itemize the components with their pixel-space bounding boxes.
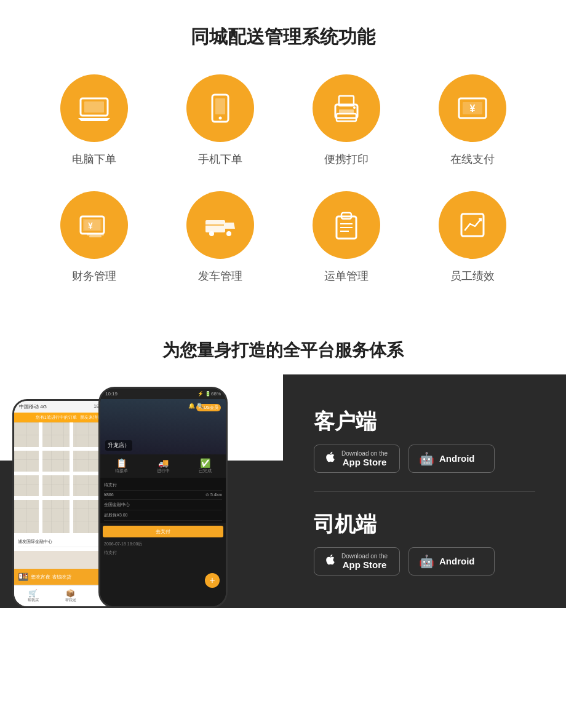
platform-bottom: 中国移动 4G 18:50 81%▮ 您有1笔进行中的订单 朋友来消费了 <box>0 374 566 608</box>
client-title: 客户端 <box>314 408 535 436</box>
status-label: 待支付 <box>100 548 226 557</box>
svg-text:¥: ¥ <box>88 221 93 231</box>
feature-label-performance: 员工绩效 <box>450 269 495 283</box>
feature-icon-bg-printer <box>313 74 380 142</box>
dark-panel: 客户端 Download on the App Store 🤖 Android <box>283 374 566 608</box>
client-android-button[interactable]: 🤖 Android <box>409 445 495 473</box>
tab-done: ✅ 已完成 <box>199 458 212 474</box>
feature-label-waybill: 运单管理 <box>324 269 369 283</box>
android-main: Android <box>439 453 475 464</box>
driver-appstore-main: App Store <box>341 560 388 570</box>
svg-rect-3 <box>215 98 225 114</box>
screen-right: 10:19 ⚡ 🔋68% 升龙店） PLUS会员 🔔 🔍 📋 <box>100 389 226 606</box>
feature-item-dispatch: 发车管理 <box>163 191 277 283</box>
map-road-v2 <box>70 422 73 533</box>
status-bar-right: 10:19 ⚡ 🔋68% <box>100 389 226 399</box>
feature-icon-bg-truck <box>186 191 254 259</box>
divider <box>314 491 535 492</box>
platform-section: 为您量身打造的全平台服务体系 中国移动 4G 18:50 81%▮ 您有1笔进行… <box>0 320 566 608</box>
printer-icon <box>328 90 365 127</box>
pending-icon: 📋 <box>115 458 128 468</box>
feature-label-print: 便携打印 <box>324 152 369 167</box>
features-section: 同城配送管理系统功能 电脑下单 手机下单 <box>0 0 566 296</box>
driver-appstore-text: Download on the App Store <box>341 553 388 570</box>
android-icon: 🤖 <box>419 451 434 466</box>
driver-download-buttons: Download on the App Store 🤖 Android <box>314 547 535 576</box>
client-appstore-button[interactable]: Download on the App Store <box>314 445 400 473</box>
driver-android-text: Android <box>439 556 475 566</box>
svg-point-9 <box>353 106 356 109</box>
platform-title: 为您量身打造的全平台服务体系 <box>0 320 566 374</box>
android-text: Android <box>439 453 475 464</box>
inprogress-icon: 🚚 <box>157 458 170 468</box>
order-tabs: 📋 待接单 🚚 进行中 ✅ 已完成 <box>100 454 226 478</box>
driver-appstore-button[interactable]: Download on the App Store <box>314 547 400 576</box>
svg-point-4 <box>218 117 221 120</box>
done-icon: ✅ <box>199 458 212 468</box>
phones-area: 中国移动 4G 18:50 81%▮ 您有1笔进行中的订单 朋友来消费了 <box>0 374 283 608</box>
finance-icon: ¥ <box>76 207 113 243</box>
svg-rect-1 <box>84 101 104 113</box>
header-img: 升龙店） PLUS会员 🔔 🔍 <box>100 399 226 454</box>
svg-rect-19 <box>205 220 225 232</box>
svg-rect-17 <box>87 234 104 235</box>
feature-icon-bg-payment: ¥ <box>439 74 506 142</box>
features-grid: 电脑下单 手机下单 <box>37 74 529 283</box>
map-road-v1 <box>39 422 42 533</box>
apple-icon-driver <box>324 553 337 569</box>
svg-text:¥: ¥ <box>469 103 475 114</box>
feature-item-pc-order: 电脑下单 <box>37 74 151 167</box>
appstore-main: App Store <box>341 457 388 467</box>
driver-title: 司机端 <box>314 510 535 539</box>
truck-icon <box>202 207 239 243</box>
tab-in-progress: 🚚 进行中 <box>157 458 170 474</box>
driver-android-button[interactable]: 🤖 Android <box>409 547 495 576</box>
feature-label-dispatch: 发车管理 <box>198 269 242 283</box>
orders-icon: 🛒 <box>28 589 39 598</box>
client-section: 客户端 Download on the App Store 🤖 Android <box>314 408 535 473</box>
chart-icon <box>454 207 491 243</box>
order-list: 待支付 ¥866 ⊙ 5.4km 全国金融中心 品股保¥3.00 <box>100 478 226 523</box>
feature-icon-bg-mobile <box>186 74 254 142</box>
order-row-4: 品股保¥3.00 <box>104 510 222 521</box>
apple-icon <box>324 451 337 466</box>
feature-item-mobile-order: 手机下单 <box>163 74 277 167</box>
driver-appstore-top: Download on the <box>341 553 388 560</box>
appstore-text: Download on the App Store <box>341 450 388 467</box>
add-button[interactable]: + <box>205 573 220 588</box>
pay-button[interactable]: 去支付 <box>103 526 223 537</box>
time-label: 2006-07-18 18:00后 <box>100 540 226 548</box>
features-title: 同城配送管理系统功能 <box>37 25 529 50</box>
feature-icon-bg-clipboard <box>313 191 380 259</box>
nav-btn-orders: 🛒 帮我买 <box>28 589 39 603</box>
feature-item-payment: ¥ 在线支付 <box>415 74 529 167</box>
nav-btn-deliver: 📦 帮我送 <box>65 589 76 603</box>
feature-icon-bg-chart <box>439 191 506 259</box>
feature-item-print: 便携打印 <box>289 74 403 167</box>
order-row-3: 全国金融中心 <box>104 500 222 510</box>
order-row-2: ¥866 ⊙ 5.4km <box>104 491 222 500</box>
driver-android-main: Android <box>439 556 475 566</box>
feature-item-finance: ¥ 财务管理 <box>37 191 151 283</box>
driver-section: 司机端 Download on the App Store 🤖 Android <box>314 510 535 576</box>
tab-pending: 📋 待接单 <box>115 458 128 474</box>
feature-item-performance: 员工绩效 <box>415 191 529 283</box>
phone-right: 10:19 ⚡ 🔋68% 升龙店） PLUS会员 🔔 🔍 📋 <box>98 387 228 608</box>
deliver-icon: 📦 <box>65 589 76 598</box>
svg-rect-18 <box>89 235 102 237</box>
appstore-top: Download on the <box>341 450 388 457</box>
feature-label-finance: 财务管理 <box>72 269 116 283</box>
clipboard-icon <box>328 207 365 243</box>
feature-item-waybill: 运单管理 <box>289 191 403 283</box>
svg-point-21 <box>209 231 214 236</box>
feature-icon-bg-finance: ¥ <box>60 191 128 259</box>
feature-label-mobile-order: 手机下单 <box>198 152 242 167</box>
shop-label: 升龙店） <box>105 440 132 451</box>
client-download-buttons: Download on the App Store 🤖 Android <box>314 445 535 473</box>
payment-icon: ¥ <box>454 90 491 127</box>
android-icon-driver: 🤖 <box>419 554 434 569</box>
svg-point-22 <box>226 231 231 236</box>
order-row-1: 待支付 <box>104 480 222 491</box>
feature-label-payment: 在线支付 <box>450 152 495 167</box>
header-icons: 🔔 🔍 <box>188 403 204 409</box>
